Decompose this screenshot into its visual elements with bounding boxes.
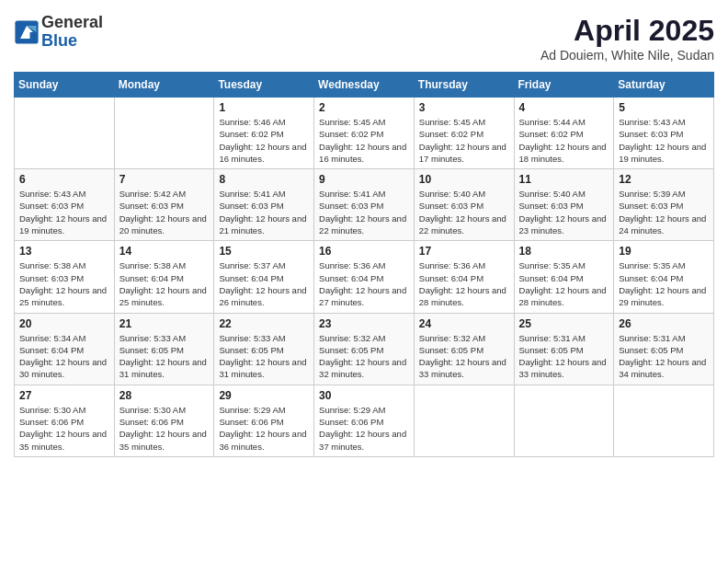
- day-number: 11: [519, 173, 609, 186]
- day-info: Sunrise: 5:35 AMSunset: 6:04 PMDaylight:…: [619, 259, 709, 308]
- day-info-line: Sunset: 6:04 PM: [619, 273, 683, 283]
- day-number: 21: [119, 317, 210, 330]
- calendar-cell: 15Sunrise: 5:37 AMSunset: 6:04 PMDayligh…: [214, 241, 314, 313]
- calendar-cell: 25Sunrise: 5:31 AMSunset: 6:05 PMDayligh…: [514, 313, 614, 385]
- day-number: 20: [19, 317, 109, 330]
- day-info-line: Daylight: 12 hours and 21 minutes.: [219, 213, 306, 236]
- day-info-line: Daylight: 12 hours and 31 minutes.: [219, 357, 306, 379]
- day-number: 26: [619, 317, 709, 330]
- day-info-line: Sunset: 6:06 PM: [219, 417, 283, 427]
- calendar-cell: 16Sunrise: 5:36 AMSunset: 6:04 PMDayligh…: [314, 241, 415, 313]
- day-info-line: Daylight: 12 hours and 24 minutes.: [619, 213, 706, 236]
- calendar-cell: 10Sunrise: 5:40 AMSunset: 6:03 PMDayligh…: [414, 169, 514, 241]
- day-info-line: Daylight: 12 hours and 35 minutes.: [19, 429, 107, 451]
- day-info-line: Sunset: 6:02 PM: [319, 129, 383, 139]
- day-number: 7: [119, 173, 210, 186]
- day-number: 10: [419, 173, 509, 186]
- day-info-line: Daylight: 12 hours and 16 minutes.: [219, 142, 306, 164]
- weekday-header: Friday: [514, 73, 614, 98]
- day-info-line: Daylight: 12 hours and 22 minutes.: [419, 213, 506, 236]
- day-info: Sunrise: 5:40 AMSunset: 6:03 PMDaylight:…: [419, 188, 509, 236]
- day-number: 6: [19, 173, 109, 186]
- day-info-line: Daylight: 12 hours and 19 minutes.: [619, 142, 706, 164]
- day-info-line: Sunset: 6:03 PM: [119, 201, 184, 211]
- calendar-cell: 26Sunrise: 5:31 AMSunset: 6:05 PMDayligh…: [614, 313, 714, 385]
- calendar-cell: 18Sunrise: 5:35 AMSunset: 6:04 PMDayligh…: [514, 241, 614, 313]
- day-info-line: Sunset: 6:02 PM: [419, 129, 483, 139]
- location-title: Ad Douiem, White Nile, Sudan: [540, 48, 714, 63]
- calendar-cell: 20Sunrise: 5:34 AMSunset: 6:04 PMDayligh…: [15, 313, 115, 385]
- calendar-cell: 19Sunrise: 5:35 AMSunset: 6:04 PMDayligh…: [614, 241, 714, 313]
- day-info-line: Sunrise: 5:30 AM: [119, 405, 186, 415]
- day-info-line: Daylight: 12 hours and 32 minutes.: [319, 357, 406, 379]
- calendar-cell: 4Sunrise: 5:44 AMSunset: 6:02 PMDaylight…: [514, 98, 614, 169]
- day-info-line: Sunrise: 5:36 AM: [319, 260, 385, 270]
- day-info-line: Sunrise: 5:38 AM: [19, 260, 85, 270]
- calendar-week-row: 20Sunrise: 5:34 AMSunset: 6:04 PMDayligh…: [15, 313, 714, 385]
- day-info: Sunrise: 5:32 AMSunset: 6:05 PMDaylight:…: [319, 332, 409, 381]
- day-info: Sunrise: 5:29 AMSunset: 6:06 PMDaylight:…: [219, 404, 309, 453]
- day-info-line: Sunrise: 5:41 AM: [219, 189, 285, 199]
- day-info-line: Sunset: 6:03 PM: [619, 129, 683, 139]
- day-info-line: Sunrise: 5:33 AM: [119, 333, 186, 343]
- day-info-line: Sunset: 6:05 PM: [619, 345, 683, 355]
- day-number: 22: [219, 317, 309, 330]
- day-info-line: Sunrise: 5:46 AM: [219, 117, 285, 127]
- day-info-line: Daylight: 12 hours and 30 minutes.: [19, 357, 107, 379]
- day-info: Sunrise: 5:30 AMSunset: 6:06 PMDaylight:…: [19, 404, 109, 453]
- day-info-line: Sunrise: 5:29 AM: [219, 405, 285, 415]
- day-info: Sunrise: 5:37 AMSunset: 6:04 PMDaylight:…: [219, 259, 309, 308]
- calendar-cell: 9Sunrise: 5:41 AMSunset: 6:03 PMDaylight…: [314, 169, 415, 241]
- calendar-table: SundayMondayTuesdayWednesdayThursdayFrid…: [14, 72, 714, 457]
- calendar-cell: 24Sunrise: 5:32 AMSunset: 6:05 PMDayligh…: [414, 313, 514, 385]
- day-info-line: Daylight: 12 hours and 35 minutes.: [119, 429, 207, 451]
- logo: General Blue: [14, 14, 103, 51]
- day-info-line: Daylight: 12 hours and 19 minutes.: [19, 213, 107, 236]
- day-number: 3: [419, 101, 509, 114]
- day-info: Sunrise: 5:36 AMSunset: 6:04 PMDaylight:…: [319, 259, 409, 308]
- calendar-cell: [514, 385, 614, 456]
- day-info: Sunrise: 5:45 AMSunset: 6:02 PMDaylight:…: [319, 116, 409, 165]
- day-info-line: Sunset: 6:03 PM: [619, 201, 683, 211]
- day-info: Sunrise: 5:30 AMSunset: 6:06 PMDaylight:…: [119, 404, 210, 453]
- day-info-line: Daylight: 12 hours and 20 minutes.: [119, 213, 207, 236]
- day-info-line: Sunset: 6:04 PM: [419, 273, 483, 283]
- day-info: Sunrise: 5:46 AMSunset: 6:02 PMDaylight:…: [219, 116, 309, 165]
- day-info-line: Sunset: 6:05 PM: [519, 345, 584, 355]
- day-info: Sunrise: 5:39 AMSunset: 6:03 PMDaylight:…: [619, 188, 709, 236]
- day-info-line: Sunrise: 5:45 AM: [419, 117, 485, 127]
- day-info-line: Daylight: 12 hours and 36 minutes.: [219, 429, 306, 451]
- day-info-line: Sunset: 6:02 PM: [219, 129, 283, 139]
- day-info: Sunrise: 5:43 AMSunset: 6:03 PMDaylight:…: [619, 116, 709, 165]
- day-info-line: Daylight: 12 hours and 28 minutes.: [419, 285, 506, 307]
- day-info-line: Daylight: 12 hours and 16 minutes.: [319, 142, 406, 164]
- weekday-header: Saturday: [614, 73, 714, 98]
- day-number: 23: [319, 317, 409, 330]
- day-info-line: Sunrise: 5:38 AM: [119, 260, 186, 270]
- calendar-cell: 22Sunrise: 5:33 AMSunset: 6:05 PMDayligh…: [214, 313, 314, 385]
- day-info: Sunrise: 5:45 AMSunset: 6:02 PMDaylight:…: [419, 116, 509, 165]
- day-info-line: Sunset: 6:02 PM: [519, 129, 584, 139]
- calendar-cell: 11Sunrise: 5:40 AMSunset: 6:03 PMDayligh…: [514, 169, 614, 241]
- day-info-line: Daylight: 12 hours and 33 minutes.: [519, 357, 607, 379]
- calendar-cell: 13Sunrise: 5:38 AMSunset: 6:03 PMDayligh…: [15, 241, 115, 313]
- day-info-line: Sunset: 6:03 PM: [419, 201, 483, 211]
- day-info-line: Sunrise: 5:36 AM: [419, 260, 485, 270]
- day-number: 13: [19, 245, 109, 258]
- day-info-line: Daylight: 12 hours and 26 minutes.: [219, 285, 306, 307]
- day-info-line: Sunrise: 5:35 AM: [619, 260, 685, 270]
- calendar-week-row: 1Sunrise: 5:46 AMSunset: 6:02 PMDaylight…: [15, 98, 714, 169]
- day-info-line: Daylight: 12 hours and 23 minutes.: [519, 213, 607, 236]
- calendar-cell: 27Sunrise: 5:30 AMSunset: 6:06 PMDayligh…: [15, 385, 115, 456]
- day-info: Sunrise: 5:38 AMSunset: 6:04 PMDaylight:…: [119, 259, 210, 308]
- calendar-cell: [15, 98, 115, 169]
- day-info-line: Sunrise: 5:42 AM: [119, 189, 186, 199]
- day-info-line: Sunrise: 5:40 AM: [519, 189, 586, 199]
- calendar-cell: 1Sunrise: 5:46 AMSunset: 6:02 PMDaylight…: [214, 98, 314, 169]
- day-number: 16: [319, 245, 409, 258]
- calendar-week-row: 13Sunrise: 5:38 AMSunset: 6:03 PMDayligh…: [15, 241, 714, 313]
- day-info-line: Sunset: 6:04 PM: [519, 273, 584, 283]
- day-info-line: Sunset: 6:03 PM: [519, 201, 584, 211]
- day-info-line: Daylight: 12 hours and 37 minutes.: [319, 429, 406, 451]
- day-number: 28: [119, 389, 210, 402]
